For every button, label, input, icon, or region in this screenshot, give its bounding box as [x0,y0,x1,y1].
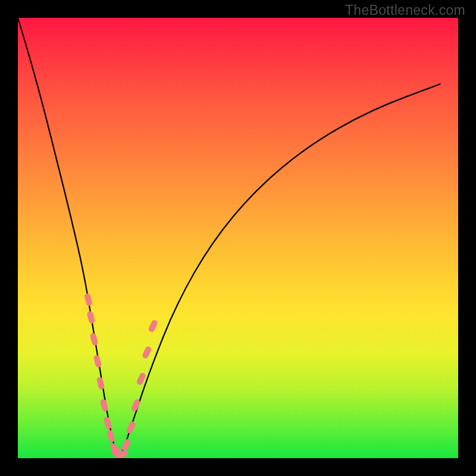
marker-dot [93,336,95,343]
plot-area [18,18,458,458]
marker-dot [146,349,149,355]
curve-svg [18,18,458,458]
marker-dot [87,296,89,303]
marker-dot [97,358,99,365]
marker-dot [90,314,92,321]
marker-dot [107,420,109,427]
marker-dot [134,402,137,408]
marker-dot [152,323,155,329]
marker-dot [100,380,102,387]
marker-dot [110,433,112,440]
marker-dot [140,376,143,382]
watermark-text: TheBottleneck.com [345,2,465,18]
outer-frame: TheBottleneck.com [0,0,476,476]
marker-dot [125,442,128,448]
marker-dot [104,402,105,409]
bottleneck-curve-path [18,18,440,456]
marker-dot [130,424,133,430]
marker-group [87,296,155,457]
